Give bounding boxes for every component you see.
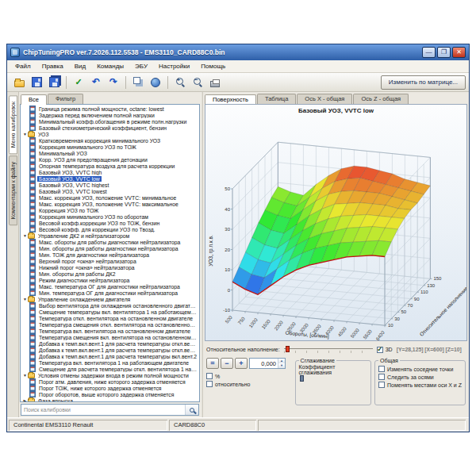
surface-plot[interactable]: -100102030405050075010001500200025003000… [205, 120, 467, 340]
decrease-button[interactable]: − [221, 358, 233, 369]
info-button[interactable] [148, 75, 163, 90]
relative-row[interactable]: относительно [206, 381, 292, 387]
spin-down-icon[interactable]: ▼ [278, 363, 285, 368]
axis-slider-thumb[interactable] [286, 346, 290, 352]
view-tab[interactable]: Ось Z - общая [353, 94, 409, 104]
view-tab[interactable]: Ось X - общая [297, 94, 352, 104]
tree-item[interactable]: Температура вкл. вентилятора 1 на работа… [21, 359, 199, 366]
percent-checkbox[interactable] [206, 373, 213, 379]
tree-item[interactable]: Граница режима полной мощности, octane: … [21, 106, 199, 112]
menu-настройки[interactable]: Настройки [153, 61, 195, 71]
surface-chart-area[interactable]: Базовый УОЗ, VVTC low -10010203040505007… [205, 104, 467, 341]
print-button[interactable] [207, 75, 223, 90]
3d-checkbox[interactable] [377, 347, 383, 353]
tree-item[interactable]: Мин. обороты для работы диагностики нейт… [21, 245, 199, 251]
tree-item[interactable]: ▼Условия отмены задержки входа в режим п… [21, 372, 199, 378]
tree-item[interactable]: Базовый УОЗ, VVTC low [21, 175, 199, 182]
tree-item[interactable]: Базовый УОЗ, VVTC lowest [21, 188, 199, 194]
tree-item[interactable]: ▼Управление ДК2 и нейтрализатором [21, 232, 199, 239]
menu-правка[interactable]: Правка [36, 61, 69, 71]
tree-item[interactable]: Задержка перед включением полной нагрузк… [21, 112, 199, 118]
tree-item[interactable]: Верхний порог «окна» нейтрализатора [21, 258, 199, 264]
tree-item[interactable]: Порог атм. давления, ниже которого задер… [21, 378, 199, 385]
set-equal-button[interactable]: = [206, 358, 219, 369]
tree-item[interactable]: Опорная температура воздуха для расчета … [21, 163, 199, 169]
menu-помощь[interactable]: Помощь [195, 61, 231, 71]
search-button[interactable] [185, 405, 198, 415]
tree-item[interactable]: Базовый УОЗ, VVTC highest [21, 182, 199, 188]
general-option-checkbox[interactable] [378, 382, 385, 388]
save-file-button[interactable] [29, 75, 44, 90]
minimize-button[interactable]: — [422, 47, 436, 58]
tree-item[interactable]: Добавка к темп.вкл.вент.1 для расчета те… [21, 353, 199, 359]
increase-button[interactable]: + [235, 358, 248, 369]
menu-вид[interactable]: Вид [69, 61, 91, 71]
tree-item[interactable]: Базовый УОЗ, VVTC high [21, 169, 199, 175]
menu-файл[interactable]: Файл [10, 61, 36, 71]
menu-команды[interactable]: Команды [91, 61, 129, 71]
tree-item[interactable]: Порог оборотов, выше которого задержка о… [21, 391, 199, 397]
tree-item[interactable]: Добавка к темп.вкл.вент.1 для расчета те… [21, 340, 199, 347]
title-bar[interactable]: ChipTuningPRO ver.7.2026.112.5538 - EMS3… [7, 44, 469, 60]
tree-item[interactable]: Кратковременная коррекция минимального У… [21, 137, 199, 144]
tree-item[interactable]: Коррекция УОЗ по ТОЖ [21, 207, 199, 213]
tree-item[interactable]: Макс. обороты для работы диагностики ней… [21, 239, 199, 245]
tree-expand-icon[interactable]: ▼ [22, 297, 28, 301]
save-all-button[interactable] [46, 75, 62, 90]
tree-item[interactable]: ▼Управление охлаждением двигателя [21, 296, 199, 302]
redo-button[interactable]: ↷ [106, 75, 121, 90]
step-value[interactable]: 0,000 [250, 359, 278, 368]
search-box[interactable]: Поиск калибровки [21, 404, 199, 416]
calibration-tree[interactable]: Граница режима полной мощности, octane: … [20, 104, 200, 402]
compare-button[interactable] [130, 75, 146, 90]
tree-item[interactable]: Режим диагностики нейтрализатора [21, 277, 199, 283]
general-option-checkbox[interactable] [378, 366, 385, 372]
general-option-row[interactable]: Изменять соседние точки [378, 366, 462, 372]
tree-item[interactable]: Выбор вентилятора для охлаждения останов… [21, 302, 199, 309]
step-spinbox[interactable]: 0,000 ▲▼ [249, 358, 286, 369]
tree-item[interactable]: Макс. температура ОГ для диагностики ней… [21, 283, 199, 290]
search-input[interactable]: Поиск калибровки [21, 407, 185, 413]
tree-item[interactable]: Смещение температуры вкл. вентилятора 1 … [21, 309, 199, 315]
filter-tab[interactable]: Фильтр [48, 94, 83, 104]
close-button[interactable]: ✕ [452, 47, 466, 58]
zoom-out-button[interactable] [190, 75, 205, 90]
tree-item[interactable]: Мин. ТОЖ для диагностики нейтрализатора [21, 251, 199, 258]
spin-arrows[interactable]: ▲▼ [278, 359, 285, 368]
tree-item[interactable]: Мин. температура ОГ для диагностики нейт… [21, 290, 199, 296]
tree-item[interactable]: Базовый стехиометрический коэффициент, б… [21, 125, 199, 131]
tree-item[interactable]: Мин. обороты для работы ДК2 [21, 271, 199, 277]
tree-item[interactable]: Температура вкл. вентилятора на остановл… [21, 328, 199, 334]
3d-checkbox-row[interactable]: 3D [377, 347, 393, 353]
tree-item[interactable]: ▼УОЗ [21, 131, 199, 137]
tree-item[interactable]: Весовой коэфф.коррекции УОЗ по ТОЖ, бенз… [21, 220, 199, 226]
zoom-in-button[interactable] [172, 75, 188, 90]
tree-item[interactable]: Минимальный УОЗ [21, 150, 199, 156]
tree-item[interactable]: Температура смещения откл. вентилятора н… [21, 321, 199, 328]
open-file-button[interactable] [11, 75, 27, 90]
tree-expand-icon[interactable]: ▼ [22, 373, 28, 378]
undo-button[interactable]: ↶ [88, 75, 104, 90]
general-option-checkbox[interactable] [378, 374, 385, 380]
smoothing-slider-thumb[interactable] [300, 375, 304, 382]
menu-эбу[interactable]: ЭБУ [129, 61, 153, 71]
tree-item[interactable]: Минимальный коэфф.обогащения в режиме по… [21, 118, 199, 125]
tree-expand-icon[interactable]: ▼ [22, 132, 28, 136]
tree-item[interactable]: Температура смещения вкл. вентилятора на… [21, 334, 199, 340]
tree-item[interactable]: Температура откл. вентилятора на останов… [21, 315, 199, 321]
tree-item[interactable]: Макс. коррекция УОЗ, положение VVTC: мин… [21, 194, 199, 201]
view-tab[interactable]: Таблица [257, 94, 296, 104]
tree-item[interactable]: Весовой коэфф. для коррекции УОЗ по Твоз… [21, 226, 199, 232]
general-option-row[interactable]: Следить за осями [378, 374, 462, 380]
checksum-button[interactable]: ✓ [71, 75, 86, 90]
tree-item[interactable]: Смещение для расчета температуры откл. в… [21, 366, 199, 372]
tree-item[interactable]: Макс. коррекция УОЗ, положение VVTC: мак… [21, 201, 199, 207]
side-tab[interactable]: Комментарии к файлу [9, 155, 17, 225]
tree-item[interactable]: Порог ТОЖ, ниже которого задержка отменя… [21, 385, 199, 391]
tree-expand-icon[interactable]: ▼ [22, 233, 28, 238]
filter-tab[interactable]: Все [21, 94, 47, 105]
general-option-row[interactable]: Поменять местами оси X и Z [378, 382, 462, 388]
edit-by-matrix-button[interactable]: Изменить по матрице... [381, 75, 466, 90]
tree-item[interactable]: Коррекция минимального УОЗ по оборотам [21, 213, 199, 220]
tree-item[interactable]: Нижний порог «окна» нейтрализатора [21, 264, 199, 271]
